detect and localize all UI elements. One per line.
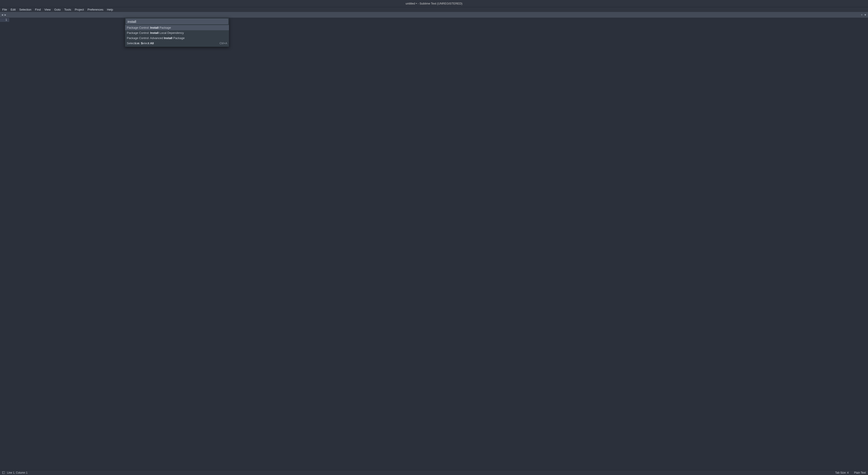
statusbar-right: Tab Size: 4 Plain Text [835, 471, 866, 474]
command-palette-item-3[interactable]: Selection: Select AllCtrl+A [125, 41, 229, 46]
command-palette-item-label: Package Control: Install Package [127, 26, 171, 29]
editor-area: 1 Package Control: Install PackagePackag… [0, 18, 868, 470]
code-area[interactable]: Package Control: Install PackagePackage … [9, 18, 868, 470]
command-palette-input-wrap [126, 19, 228, 24]
app-window: untitled • - Sublime Text (UNREGISTERED)… [0, 0, 868, 475]
menu-goto[interactable]: Goto [53, 8, 62, 11]
command-palette-item-shortcut: Ctrl+A [219, 42, 227, 45]
window-title: untitled • - Sublime Text (UNREGISTERED) [405, 2, 462, 5]
menu-view[interactable]: View [42, 8, 53, 11]
menu-edit[interactable]: Edit [9, 8, 18, 11]
titlebar: untitled • - Sublime Text (UNREGISTERED) [0, 0, 868, 7]
status-position[interactable]: Line 1, Column 1 [7, 471, 28, 474]
command-palette-item-1[interactable]: Package Control: Install Local Dependenc… [125, 30, 229, 35]
menu-tools[interactable]: Tools [62, 8, 73, 11]
menu-file[interactable]: File [0, 8, 9, 11]
command-palette-list: Package Control: Install PackagePackage … [125, 25, 229, 47]
command-palette-item-0[interactable]: Package Control: Install Package [125, 25, 229, 30]
new-tab-icon[interactable]: + [861, 13, 863, 16]
menu-project[interactable]: Project [73, 8, 86, 11]
tab-forward-icon[interactable]: ▶ [4, 13, 7, 16]
command-palette-item-label: Selection: Select All [127, 41, 154, 45]
statusbar-left: Line 1, Column 1 [2, 471, 28, 474]
statusbar: Line 1, Column 1 Tab Size: 4 Plain Text [0, 470, 868, 475]
menubar: File Edit Selection Find View Goto Tools… [0, 7, 868, 12]
command-palette-item-label: Package Control: Install Local Dependenc… [127, 31, 184, 35]
tab-back-icon[interactable]: ◀ [1, 13, 4, 16]
command-palette-item-2[interactable]: Package Control: Advanced Install Packag… [125, 35, 229, 41]
tab-dropdown-icon[interactable]: ▼ [864, 13, 867, 16]
command-palette-input[interactable] [127, 20, 226, 24]
status-tabsize[interactable]: Tab Size: 4 [835, 471, 848, 474]
status-syntax[interactable]: Plain Text [854, 471, 866, 474]
tabbar: ◀ ▶ + ▼ [0, 12, 868, 18]
menu-preferences[interactable]: Preferences [86, 8, 105, 11]
menu-selection[interactable]: Selection [18, 8, 33, 11]
command-palette-item-label: Package Control: Advanced Install Packag… [127, 36, 185, 40]
menu-help[interactable]: Help [105, 8, 115, 11]
sidebar-toggle-icon[interactable] [2, 471, 5, 474]
tabnav: ◀ ▶ [0, 13, 7, 16]
tabbar-right: + ▼ [861, 13, 867, 16]
gutter-line-1: 1 [0, 18, 9, 22]
menu-find[interactable]: Find [33, 8, 42, 11]
gutter: 1 [0, 18, 9, 470]
command-palette: Package Control: Install PackagePackage … [125, 18, 229, 47]
